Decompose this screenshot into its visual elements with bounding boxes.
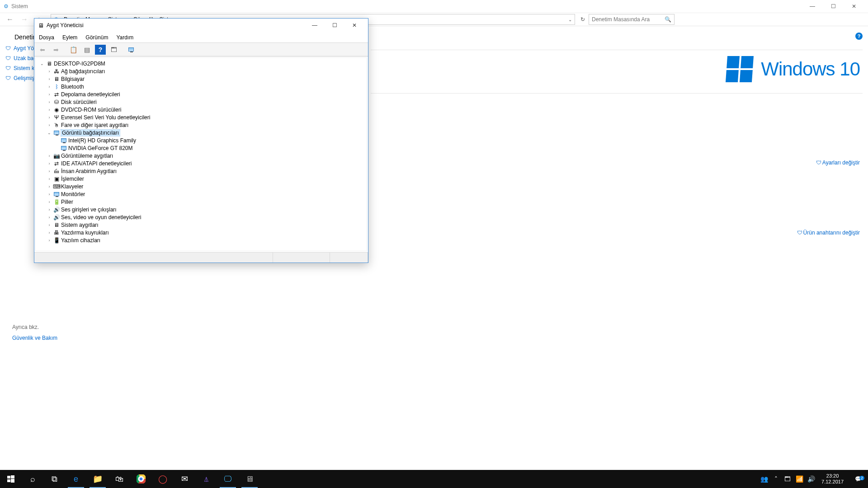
tray-expand-icon[interactable]: ˄ bbox=[770, 475, 782, 483]
help-button[interactable]: ? bbox=[855, 33, 863, 40]
expand-icon[interactable]: › bbox=[47, 123, 52, 127]
taskbar-torrent[interactable]: ⍋ bbox=[195, 470, 217, 488]
people-icon[interactable]: 👥 bbox=[758, 475, 770, 483]
category-icon: 🖥 bbox=[53, 222, 60, 228]
tree-category[interactable]: ›◉DVD/CD-ROM sürücüleri bbox=[37, 106, 367, 113]
refresh-button[interactable]: ↻ bbox=[580, 16, 585, 23]
expand-icon[interactable]: › bbox=[47, 238, 52, 243]
svg-rect-1 bbox=[11, 475, 14, 479]
system-icon: ⚙ bbox=[4, 3, 9, 9]
category-label: IDE ATA/ATAPI denetleyicileri bbox=[61, 160, 132, 167]
expand-icon[interactable]: › bbox=[47, 215, 52, 220]
expand-icon[interactable]: › bbox=[47, 200, 52, 204]
category-label: Yazdırma kuyrukları bbox=[61, 230, 109, 236]
expand-icon[interactable]: › bbox=[47, 115, 52, 120]
tree-category[interactable]: ⌄Görüntü bağdaştırıcıları bbox=[37, 129, 367, 136]
expand-icon[interactable]: › bbox=[47, 84, 52, 89]
maximize-button[interactable]: ☐ bbox=[325, 19, 344, 32]
search-input[interactable]: Denetim Masasında Ara 🔍 bbox=[589, 14, 675, 25]
expand-icon[interactable]: › bbox=[47, 161, 52, 166]
taskview-button[interactable]: ⧉ bbox=[43, 470, 65, 488]
search-button[interactable]: ⌕ bbox=[22, 470, 43, 488]
taskbar-device-manager[interactable]: 🖥 bbox=[239, 470, 260, 488]
wifi-icon[interactable]: 📶 bbox=[793, 475, 805, 483]
help-button[interactable]: ? bbox=[95, 45, 106, 55]
tree-category[interactable]: ›ΨEvrensel Seri Veri Yolu denetleyiciler… bbox=[37, 113, 367, 121]
tree-category[interactable]: ›⛁Disk sürücüleri bbox=[37, 98, 367, 106]
start-button[interactable] bbox=[0, 470, 22, 488]
device-manager-titlebar[interactable]: 🖥 Aygıt Yöneticisi — ☐ ✕ bbox=[34, 19, 368, 32]
device-tree[interactable]: ⌄🖥DESKTOP-IG2PD8M›🖧Ağ bağdaştırıcıları›🖥… bbox=[35, 57, 367, 251]
forward-button[interactable]: → bbox=[19, 15, 30, 23]
change-settings-link[interactable]: 🛡Ayarları değiştir bbox=[816, 160, 860, 166]
tree-category[interactable]: ›⇄IDE ATA/ATAPI denetleyicileri bbox=[37, 160, 367, 167]
battery-icon[interactable]: 🗔 bbox=[782, 475, 793, 483]
expand-icon[interactable]: › bbox=[47, 69, 52, 74]
maximize-button[interactable]: ☐ bbox=[823, 0, 844, 13]
tree-category[interactable]: ›⌨Klavyeler bbox=[37, 183, 367, 190]
properties-button[interactable]: ▤ bbox=[81, 45, 92, 55]
expand-icon[interactable]: › bbox=[47, 169, 52, 174]
taskbar-edge[interactable]: e bbox=[65, 470, 87, 488]
tree-category[interactable]: ›🔊Ses girişleri ve çıkışları bbox=[37, 206, 367, 213]
device-icon bbox=[60, 137, 67, 144]
tree-category[interactable]: ›🖥Sistem aygıtları bbox=[37, 221, 367, 229]
expand-icon[interactable]: › bbox=[47, 192, 52, 197]
show-hidden-button[interactable]: 📋 bbox=[68, 45, 79, 55]
notifications-button[interactable]: 💬2 bbox=[848, 476, 868, 482]
scan-button[interactable]: 🗔 bbox=[108, 45, 119, 55]
menu-action[interactable]: Eylem bbox=[62, 34, 77, 41]
tree-category[interactable]: ›⇄Depolama denetleyicileri bbox=[37, 90, 367, 98]
expand-icon[interactable]: › bbox=[47, 207, 52, 212]
expand-icon[interactable]: › bbox=[47, 108, 52, 112]
expand-icon[interactable]: › bbox=[47, 184, 52, 189]
change-product-key-link[interactable]: 🛡Ürün anahtarını değiştir bbox=[797, 230, 860, 236]
expand-icon[interactable]: › bbox=[47, 100, 52, 104]
menu-file[interactable]: Dosya bbox=[39, 34, 54, 41]
tree-category[interactable]: ›📱Yazılım cihazları bbox=[37, 236, 367, 244]
close-button[interactable]: ✕ bbox=[844, 0, 864, 13]
taskbar-store[interactable]: 🛍 bbox=[108, 470, 130, 488]
taskbar-clock[interactable]: 23:20 7.12.2017 bbox=[817, 473, 848, 485]
expand-icon[interactable]: › bbox=[47, 177, 52, 181]
volume-icon[interactable]: 🔊 bbox=[805, 475, 817, 483]
taskbar-explorer[interactable]: 📁 bbox=[87, 470, 108, 488]
taskbar-settings[interactable]: 🖵 bbox=[217, 470, 239, 488]
tree-category[interactable]: ›🖮İnsan Arabirim Aygıtları bbox=[37, 167, 367, 175]
monitor-button[interactable] bbox=[126, 45, 137, 55]
tree-device[interactable]: Intel(R) HD Graphics Family bbox=[37, 136, 367, 144]
tree-category[interactable]: ›🔋Piller bbox=[37, 198, 367, 206]
minimize-button[interactable]: — bbox=[802, 0, 823, 13]
menu-help[interactable]: Yardım bbox=[116, 34, 133, 41]
close-button[interactable]: ✕ bbox=[344, 19, 364, 32]
expand-icon[interactable]: › bbox=[47, 92, 52, 97]
tree-device[interactable]: NVIDIA GeForce GT 820M bbox=[37, 144, 367, 152]
taskbar-mail[interactable]: ✉ bbox=[174, 470, 195, 488]
tree-category[interactable]: ›🖥Bilgisayar bbox=[37, 75, 367, 83]
tree-category[interactable]: ›🔊Ses, video ve oyun denetleyicileri bbox=[37, 213, 367, 221]
tree-category[interactable]: ›▣İşlemciler bbox=[37, 175, 367, 183]
category-label: Yazılım cihazları bbox=[61, 237, 100, 244]
expand-icon[interactable]: ⌄ bbox=[47, 131, 52, 135]
expand-icon[interactable]: › bbox=[47, 154, 52, 158]
taskbar-chrome[interactable] bbox=[130, 470, 152, 488]
tree-category[interactable]: ›🖱Fare ve diğer işaret aygıtları bbox=[37, 121, 367, 129]
nav-forward-button[interactable]: ➡ bbox=[51, 45, 61, 55]
also-see-link[interactable]: Güvenlik ve Bakım bbox=[12, 335, 57, 341]
taskbar-opera[interactable]: ◯ bbox=[152, 470, 174, 488]
tree-category[interactable]: ›🖧Ağ bağdaştırıcıları bbox=[37, 67, 367, 75]
expand-icon[interactable]: › bbox=[47, 223, 52, 227]
expand-icon[interactable]: › bbox=[47, 230, 52, 235]
tree-category[interactable]: ›🖶Yazdırma kuyrukları bbox=[37, 229, 367, 236]
breadcrumb-dropdown-icon[interactable]: ⌄ bbox=[568, 17, 572, 22]
expand-icon[interactable]: › bbox=[47, 77, 52, 81]
back-button[interactable]: ← bbox=[5, 15, 15, 23]
minimize-button[interactable]: — bbox=[305, 19, 325, 32]
nav-back-button[interactable]: ⬅ bbox=[37, 45, 48, 55]
tree-root[interactable]: ⌄🖥DESKTOP-IG2PD8M bbox=[37, 60, 367, 67]
tree-category[interactable]: ›Monitörler bbox=[37, 190, 367, 198]
tree-category[interactable]: ›ᛒBluetooth bbox=[37, 83, 367, 90]
tree-category[interactable]: ›📷Görüntüleme aygıtları bbox=[37, 152, 367, 160]
menu-view[interactable]: Görünüm bbox=[85, 34, 108, 41]
category-icon: ⇄ bbox=[53, 160, 60, 167]
